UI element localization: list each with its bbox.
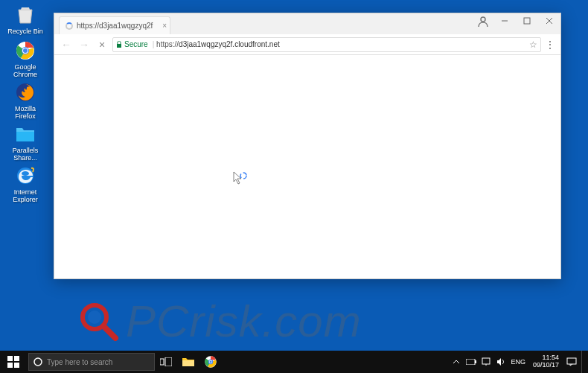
- cursor-loading-icon: [233, 171, 245, 183]
- watermark-text: PCrisk.com: [126, 296, 362, 347]
- task-view-button[interactable]: [155, 351, 177, 373]
- browser-titlebar: https://d3jaa1wqgzyq2f ×: [54, 13, 560, 34]
- svg-rect-34: [567, 358, 576, 364]
- svg-rect-18: [7, 356, 13, 361]
- desktop-icon-recycle-bin[interactable]: Recycle Bin: [4, 3, 46, 36]
- svg-point-3: [23, 48, 28, 53]
- page-content: [54, 55, 560, 278]
- chrome-menu-button[interactable]: ⋮: [544, 39, 556, 51]
- maximize-button[interactable]: [516, 13, 538, 28]
- svg-rect-13: [117, 44, 121, 48]
- taskbar-chrome[interactable]: [199, 351, 222, 373]
- tab-title: https://d3jaa1wqgzyq2f: [77, 22, 153, 30]
- svg-rect-30: [466, 359, 475, 365]
- search-placeholder: Type here to search: [47, 358, 112, 366]
- tray-volume-icon[interactable]: [496, 357, 506, 367]
- tab-close-button[interactable]: ×: [162, 22, 167, 30]
- ie-icon: [13, 164, 37, 188]
- icon-label: Google Chrome: [4, 64, 46, 79]
- lock-icon: [116, 41, 122, 48]
- url-scheme: https://: [156, 40, 179, 48]
- svg-line-17: [103, 326, 115, 338]
- svg-point-14: [240, 173, 246, 179]
- svg-point-7: [22, 171, 29, 176]
- svg-point-22: [34, 358, 42, 366]
- watermark: PCrisk.com: [78, 296, 362, 347]
- svg-rect-19: [14, 356, 19, 361]
- icon-label: Internet Explorer: [4, 189, 46, 204]
- url-domain: d3jaa1wqgzyq2f.cloudfront.net: [179, 40, 280, 48]
- tray-clock[interactable]: 11:54 09/10/17: [530, 354, 562, 369]
- secure-label: Secure: [124, 40, 148, 48]
- close-button[interactable]: [538, 13, 560, 28]
- tray-network-icon[interactable]: [481, 357, 491, 367]
- chrome-icon: [13, 39, 37, 63]
- action-center-icon[interactable]: [566, 357, 577, 367]
- icon-label: Recycle Bin: [7, 28, 43, 36]
- start-button[interactable]: [0, 351, 27, 373]
- folder-icon: [13, 122, 37, 146]
- firefox-icon: [13, 80, 37, 104]
- bookmark-star-icon[interactable]: ☆: [529, 39, 537, 50]
- taskbar: Type here to search ENG 11:54 09/10/17: [0, 351, 588, 373]
- profile-icon[interactable]: [476, 15, 490, 28]
- magnifier-icon: [78, 301, 120, 342]
- tray-chevron-icon[interactable]: [451, 357, 461, 367]
- svg-rect-10: [524, 18, 530, 24]
- desktop-icon-chrome[interactable]: Google Chrome: [4, 39, 46, 79]
- tray-language[interactable]: ENG: [511, 358, 525, 366]
- stop-reload-button[interactable]: ×: [95, 37, 109, 52]
- svg-rect-20: [7, 363, 13, 368]
- svg-rect-32: [482, 358, 490, 364]
- tray-battery-icon[interactable]: [466, 357, 476, 367]
- svg-rect-5: [16, 132, 34, 141]
- svg-rect-23: [160, 359, 164, 365]
- address-bar[interactable]: Secure | https://d3jaa1wqgzyq2f.cloudfro…: [112, 37, 541, 52]
- desktop-icon-parallels[interactable]: Parallels Share...: [4, 122, 46, 162]
- show-desktop-button[interactable]: [581, 351, 585, 373]
- taskbar-file-explorer[interactable]: [177, 351, 199, 373]
- window-controls: [493, 13, 560, 28]
- cortana-icon: [33, 357, 42, 366]
- browser-toolbar: ← → × Secure | https://d3jaa1wqgzyq2f.cl…: [54, 34, 560, 55]
- recycle-bin-icon: [13, 3, 37, 27]
- desktop-icon-ie[interactable]: Internet Explorer: [4, 164, 46, 204]
- svg-rect-31: [475, 360, 476, 363]
- browser-window: https://d3jaa1wqgzyq2f × ← → × Secure | …: [54, 13, 561, 279]
- desktop-icon-firefox[interactable]: Mozilla Firefox: [4, 80, 46, 121]
- svg-rect-25: [182, 360, 194, 366]
- icon-label: Parallels Share...: [4, 147, 46, 162]
- system-tray: ENG 11:54 09/10/17: [451, 351, 588, 373]
- svg-rect-21: [14, 363, 19, 368]
- icon-label: Mozilla Firefox: [4, 106, 46, 121]
- svg-rect-24: [165, 357, 172, 366]
- minimize-button[interactable]: [493, 13, 516, 28]
- svg-point-8: [481, 17, 485, 22]
- forward-button[interactable]: →: [77, 37, 92, 52]
- clock-date: 09/10/17: [533, 362, 559, 369]
- back-button[interactable]: ←: [59, 37, 74, 52]
- taskbar-search[interactable]: Type here to search: [28, 353, 155, 371]
- windows-icon: [7, 356, 19, 368]
- secure-indicator: Secure: [116, 40, 148, 48]
- loading-spinner-icon: [65, 22, 73, 30]
- svg-point-16: [88, 310, 101, 324]
- browser-tab[interactable]: https://d3jaa1wqgzyq2f ×: [59, 16, 170, 34]
- svg-point-29: [209, 360, 211, 363]
